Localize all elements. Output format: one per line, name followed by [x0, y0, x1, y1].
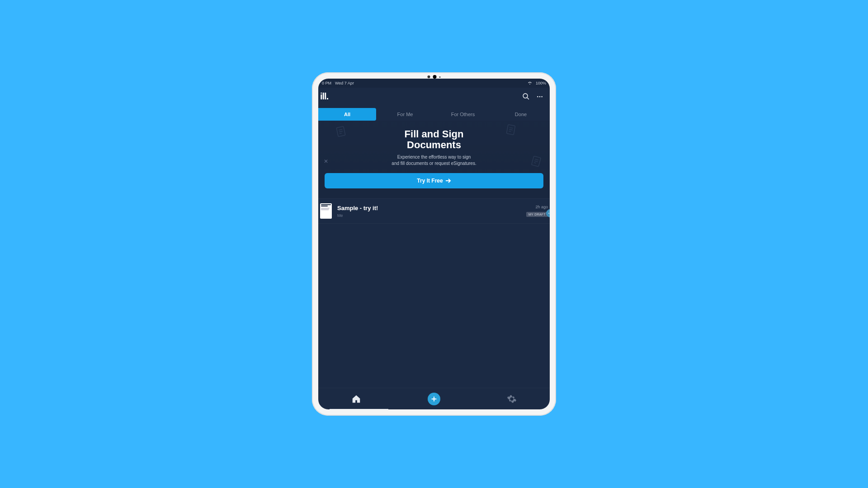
document-icon	[505, 123, 516, 136]
tab-for-me[interactable]: For Me	[376, 108, 434, 121]
svg-point-4	[541, 96, 542, 97]
document-status-badge: MY DRAFT	[526, 212, 548, 217]
tab-for-others[interactable]: For Others	[434, 108, 492, 121]
svg-point-18	[548, 213, 549, 214]
try-free-button[interactable]: Try It Free	[325, 173, 543, 188]
nav-add-button[interactable]	[428, 393, 440, 405]
hero-subtitle: Experience the effortless way to sign an…	[325, 154, 543, 167]
status-bar: 0 PM Wed 7 Apr 100%	[318, 79, 550, 88]
document-row[interactable]: Sample - try it! Me 2h ago MY DRAFT	[318, 199, 550, 224]
app-logo: ill.	[320, 91, 328, 102]
svg-line-11	[509, 129, 513, 130]
nav-settings-icon[interactable]	[507, 394, 517, 404]
svg-point-3	[539, 96, 541, 97]
svg-line-12	[509, 131, 511, 131]
svg-line-16	[534, 163, 536, 163]
hero-banner: ✕ Fill and Sign Documents Experience the…	[318, 121, 550, 198]
app-screen: 0 PM Wed 7 Apr 100% ill. All	[318, 79, 550, 409]
nav-home-icon[interactable]	[351, 394, 361, 404]
search-icon[interactable]	[522, 93, 530, 100]
bottom-nav	[318, 388, 550, 409]
wifi-icon	[528, 81, 532, 85]
svg-line-10	[509, 127, 513, 128]
arrow-right-icon	[446, 178, 451, 183]
svg-line-15	[534, 161, 538, 162]
svg-point-0	[523, 94, 528, 98]
tablet-frame: 0 PM Wed 7 Apr 100% ill. All	[312, 72, 556, 416]
svg-line-14	[535, 159, 538, 160]
svg-line-6	[339, 129, 342, 130]
svg-line-8	[340, 133, 342, 134]
more-icon[interactable]	[536, 93, 543, 100]
filter-tabs: All For Me For Others Done	[318, 108, 550, 121]
document-thumbnail	[320, 203, 332, 219]
app-header: ill.	[318, 88, 550, 108]
tab-done[interactable]: Done	[492, 108, 550, 121]
svg-line-7	[339, 131, 343, 132]
status-date: Wed 7 Apr	[335, 81, 354, 85]
tab-all[interactable]: All	[318, 108, 376, 121]
document-list: Sample - try it! Me 2h ago MY DRAFT	[318, 198, 550, 224]
cta-label: Try It Free	[417, 178, 443, 184]
document-owner: Me	[337, 213, 521, 218]
svg-point-2	[537, 96, 538, 97]
document-title: Sample - try it!	[337, 205, 521, 211]
status-time: 0 PM	[322, 81, 331, 85]
close-icon[interactable]: ✕	[324, 158, 328, 164]
document-icon	[335, 125, 347, 138]
status-battery: 100%	[536, 81, 546, 85]
document-time: 2h ago	[526, 205, 548, 209]
tablet-camera-cluster	[428, 75, 441, 79]
svg-line-1	[527, 98, 529, 99]
